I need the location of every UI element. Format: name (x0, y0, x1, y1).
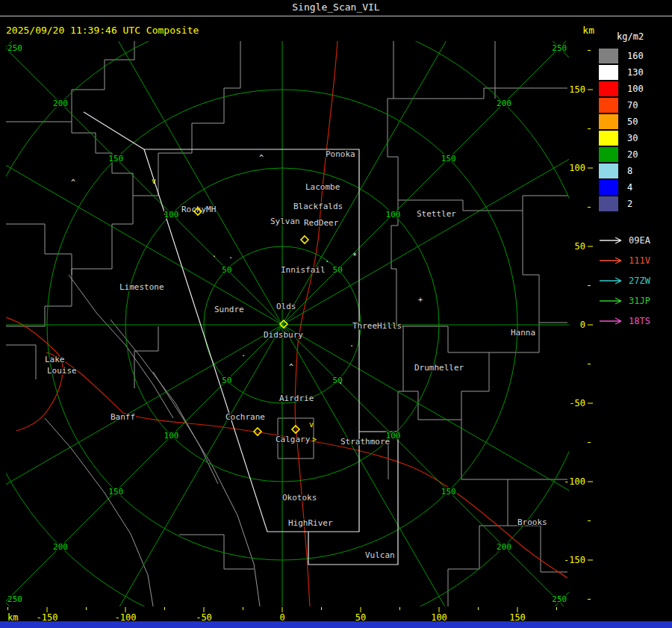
storm-track-18ts: 18TS (599, 311, 671, 331)
track-arrow-icon (599, 236, 626, 245)
range-label: 50 (222, 265, 231, 275)
radar-site-marker (301, 236, 308, 243)
azimuth-line (0, 29, 282, 325)
track-id: 27ZW (629, 276, 650, 286)
legend-swatch (599, 49, 618, 63)
y-tick-label: -50 (569, 398, 585, 408)
range-label: 150 (108, 487, 123, 497)
coverage-outline (308, 432, 398, 565)
coverage-outline (84, 112, 144, 149)
legend-unit-label: kg/m2 (599, 31, 671, 42)
town-label-threehills: ThreeHills (352, 321, 402, 331)
legend-level: 130 (599, 64, 671, 81)
storm-track-111v: 111V (599, 250, 671, 270)
legend-value: 8 (627, 166, 632, 176)
town-label-calgary: Calgary (276, 435, 311, 444)
track-id: 31JP (629, 296, 650, 306)
county-line (393, 88, 567, 99)
map-symbol: . (325, 255, 329, 264)
radar-coverage-outline (84, 112, 398, 565)
range-label: 200 (53, 542, 68, 552)
status-bar (0, 621, 672, 628)
range-label: 150 (441, 487, 456, 497)
range-label: 100 (386, 210, 401, 220)
map-symbol: ^ (289, 363, 293, 371)
legend-level: 20 (599, 146, 671, 163)
legend-value: 130 (627, 67, 644, 78)
range-label: 250 (552, 43, 567, 53)
legend-value: 20 (627, 149, 638, 160)
azimuth-line (282, 325, 644, 534)
color-scale: 16013010070503020842 (599, 48, 671, 212)
county-line (398, 196, 567, 211)
map-symbol: v (309, 420, 314, 429)
range-label: 100 (164, 210, 179, 220)
range-label: 200 (497, 99, 511, 108)
track-arrow-icon (599, 317, 626, 326)
range-label: 50 (333, 265, 343, 275)
legend-panel: kg/m2 16013010070503020842 09EA111V27ZW3… (599, 31, 671, 331)
legend-level: 30 (599, 130, 671, 146)
y-tick-label: 50 (575, 241, 585, 252)
map-symbol: > (312, 435, 317, 444)
range-label: 250 (7, 594, 22, 604)
radar-display-window: Single_Scan_VIL 2025/09/20 11:39:46 UTC … (0, 0, 672, 628)
legend-level: 160 (599, 48, 671, 64)
legend-value: 30 (627, 133, 638, 143)
legend-value: 4 (627, 182, 632, 193)
town-label-limestone: Limestone (119, 282, 164, 292)
highway-line (46, 352, 287, 437)
county-line (396, 326, 489, 420)
map-symbol: * (352, 252, 357, 260)
range-label: 50 (222, 376, 231, 385)
range-label: 250 (7, 43, 22, 53)
legend-value: 50 (627, 116, 638, 127)
legend-value: 2 (627, 199, 632, 209)
town-label-airdrie: Airdrie (279, 394, 314, 403)
range-label: 150 (108, 154, 123, 164)
map-symbol: . (349, 340, 354, 348)
y-tick-label: 100 (569, 163, 585, 173)
range-label: 200 (497, 542, 511, 552)
storm-track-31jp: 31JP (599, 290, 671, 311)
town-label-rockymh: RockyMH (181, 205, 216, 214)
y-tick-label: 0 (580, 320, 585, 330)
town-label-brooks: Brooks (517, 517, 547, 527)
map-symbol: ^ (71, 178, 75, 187)
town-label-lake: Lake (45, 355, 65, 364)
map-symbol: . (212, 250, 217, 258)
map-symbol: v (152, 177, 156, 185)
legend-swatch (599, 180, 618, 195)
county-line (448, 420, 508, 606)
map-symbol: ^ (259, 154, 264, 162)
town-label-cochrane: Cochrane (225, 412, 265, 422)
range-label: 150 (441, 154, 456, 164)
legend-level: 8 (599, 163, 671, 179)
map-markers: v>v^^^*+...... (71, 154, 423, 444)
county-line (523, 211, 567, 323)
track-arrow-icon (599, 296, 626, 305)
storm-track-09ea: 09EA (599, 230, 671, 250)
y-tick-label: -100 (564, 476, 585, 487)
x-axis: km-150-100-50050100150 (7, 607, 557, 623)
town-label-didsbury: Didsbury (264, 330, 303, 340)
county-line (179, 535, 254, 569)
track-id: 111V (629, 255, 650, 266)
legend-level: 70 (599, 97, 671, 114)
legend-swatch (599, 164, 618, 178)
town-label-blackfalds: Blackfalds (293, 202, 343, 211)
county-line (388, 41, 398, 326)
legend-value: 160 (627, 51, 644, 61)
range-label: 100 (164, 431, 179, 441)
track-arrow-icon (599, 256, 626, 265)
radar-map[interactable]: 5050505010010010010015015015015020020020… (0, 0, 672, 628)
county-line (134, 326, 158, 388)
legend-swatch (599, 65, 618, 80)
azimuth-line (73, 325, 282, 628)
storm-track-27zw: 27ZW (599, 270, 671, 290)
town-label-vulcan: Vulcan (365, 550, 395, 560)
town-label-sylvan: Sylvan (270, 217, 300, 226)
county-line (153, 372, 260, 606)
azimuth-line (0, 325, 282, 621)
legend-swatch (599, 98, 618, 113)
